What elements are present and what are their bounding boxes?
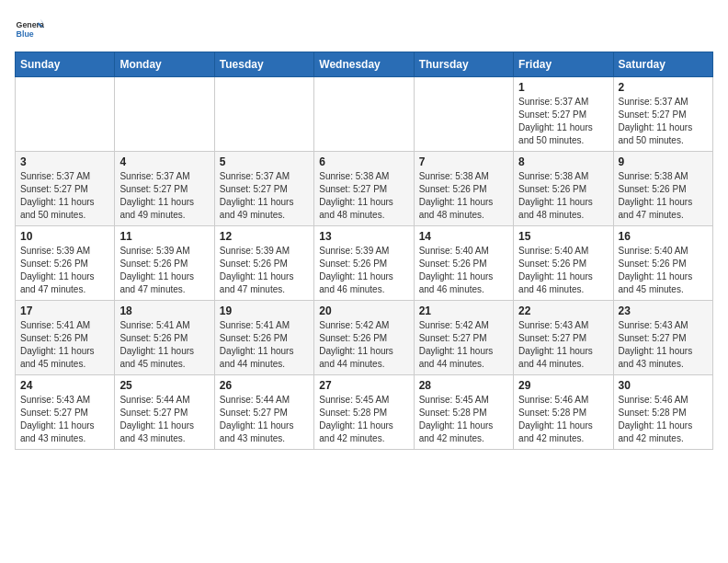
calendar-cell: [314, 77, 414, 152]
calendar-cell: 28Sunrise: 5:45 AM Sunset: 5:28 PM Dayli…: [414, 375, 513, 450]
day-number: 21: [419, 304, 508, 317]
week-row-5: 24Sunrise: 5:43 AM Sunset: 5:27 PM Dayli…: [16, 375, 713, 450]
day-info: Sunrise: 5:38 AM Sunset: 5:26 PM Dayligh…: [518, 170, 608, 222]
calendar-cell: 3Sunrise: 5:37 AM Sunset: 5:27 PM Daylig…: [16, 152, 115, 226]
calendar-cell: 7Sunrise: 5:38 AM Sunset: 5:26 PM Daylig…: [414, 152, 513, 226]
calendar-cell: [115, 77, 214, 152]
calendar-cell: 1Sunrise: 5:37 AM Sunset: 5:27 PM Daylig…: [514, 77, 613, 152]
calendar-cell: 27Sunrise: 5:45 AM Sunset: 5:28 PM Dayli…: [314, 375, 414, 450]
calendar-cell: 10Sunrise: 5:39 AM Sunset: 5:26 PM Dayli…: [16, 226, 115, 301]
day-info: Sunrise: 5:38 AM Sunset: 5:26 PM Dayligh…: [419, 170, 508, 222]
day-number: 13: [319, 230, 408, 243]
day-info: Sunrise: 5:37 AM Sunset: 5:27 PM Dayligh…: [518, 96, 608, 147]
day-number: 29: [518, 379, 608, 392]
day-info: Sunrise: 5:41 AM Sunset: 5:26 PM Dayligh…: [220, 319, 309, 371]
calendar-cell: 11Sunrise: 5:39 AM Sunset: 5:26 PM Dayli…: [115, 226, 214, 301]
calendar-cell: 21Sunrise: 5:42 AM Sunset: 5:27 PM Dayli…: [414, 301, 513, 375]
day-header-friday: Friday: [514, 52, 613, 77]
day-header-thursday: Thursday: [414, 52, 513, 77]
day-info: Sunrise: 5:39 AM Sunset: 5:26 PM Dayligh…: [20, 245, 109, 296]
calendar-cell: 15Sunrise: 5:40 AM Sunset: 5:26 PM Dayli…: [514, 226, 613, 301]
day-number: 1: [518, 81, 608, 94]
day-info: Sunrise: 5:40 AM Sunset: 5:26 PM Dayligh…: [619, 245, 708, 296]
day-number: 19: [220, 304, 309, 317]
day-info: Sunrise: 5:43 AM Sunset: 5:27 PM Dayligh…: [518, 319, 608, 371]
calendar-cell: 8Sunrise: 5:38 AM Sunset: 5:26 PM Daylig…: [514, 152, 613, 226]
calendar-cell: 23Sunrise: 5:43 AM Sunset: 5:27 PM Dayli…: [613, 301, 712, 375]
day-info: Sunrise: 5:37 AM Sunset: 5:27 PM Dayligh…: [619, 96, 708, 147]
calendar-cell: 2Sunrise: 5:37 AM Sunset: 5:27 PM Daylig…: [613, 77, 712, 152]
calendar-cell: 12Sunrise: 5:39 AM Sunset: 5:26 PM Dayli…: [214, 226, 313, 301]
day-info: Sunrise: 5:39 AM Sunset: 5:26 PM Dayligh…: [119, 245, 209, 296]
day-info: Sunrise: 5:40 AM Sunset: 5:26 PM Dayligh…: [518, 245, 608, 296]
calendar-cell: 18Sunrise: 5:41 AM Sunset: 5:26 PM Dayli…: [115, 301, 214, 375]
day-info: Sunrise: 5:46 AM Sunset: 5:28 PM Dayligh…: [619, 394, 708, 445]
day-info: Sunrise: 5:41 AM Sunset: 5:26 PM Dayligh…: [119, 319, 209, 371]
day-info: Sunrise: 5:46 AM Sunset: 5:28 PM Dayligh…: [518, 394, 608, 445]
day-number: 4: [119, 155, 209, 168]
day-info: Sunrise: 5:43 AM Sunset: 5:27 PM Dayligh…: [20, 394, 109, 445]
day-number: 5: [220, 155, 309, 168]
day-info: Sunrise: 5:44 AM Sunset: 5:27 PM Dayligh…: [119, 394, 209, 445]
logo: General Blue: [15, 15, 44, 44]
day-header-saturday: Saturday: [613, 52, 712, 77]
day-number: 10: [20, 230, 109, 243]
calendar-cell: 13Sunrise: 5:39 AM Sunset: 5:26 PM Dayli…: [314, 226, 414, 301]
header: General Blue: [15, 15, 713, 44]
day-info: Sunrise: 5:39 AM Sunset: 5:26 PM Dayligh…: [220, 245, 309, 296]
calendar-cell: 25Sunrise: 5:44 AM Sunset: 5:27 PM Dayli…: [115, 375, 214, 450]
day-number: 16: [619, 230, 708, 243]
calendar-cell: 26Sunrise: 5:44 AM Sunset: 5:27 PM Dayli…: [214, 375, 313, 450]
calendar-cell: 19Sunrise: 5:41 AM Sunset: 5:26 PM Dayli…: [214, 301, 313, 375]
day-number: 27: [319, 379, 408, 392]
day-number: 14: [419, 230, 508, 243]
calendar-cell: 17Sunrise: 5:41 AM Sunset: 5:26 PM Dayli…: [16, 301, 115, 375]
day-number: 24: [20, 379, 109, 392]
day-header-sunday: Sunday: [16, 52, 115, 77]
calendar-cell: 4Sunrise: 5:37 AM Sunset: 5:27 PM Daylig…: [115, 152, 214, 226]
logo-icon: General Blue: [15, 15, 44, 44]
week-row-1: 1Sunrise: 5:37 AM Sunset: 5:27 PM Daylig…: [16, 77, 713, 152]
day-number: 22: [518, 304, 608, 317]
day-number: 23: [619, 304, 708, 317]
day-info: Sunrise: 5:37 AM Sunset: 5:27 PM Dayligh…: [20, 170, 109, 222]
day-header-monday: Monday: [115, 52, 214, 77]
day-number: 8: [518, 155, 608, 168]
day-number: 28: [419, 379, 508, 392]
day-number: 17: [20, 304, 109, 317]
week-row-3: 10Sunrise: 5:39 AM Sunset: 5:26 PM Dayli…: [16, 226, 713, 301]
day-info: Sunrise: 5:37 AM Sunset: 5:27 PM Dayligh…: [119, 170, 209, 222]
day-info: Sunrise: 5:45 AM Sunset: 5:28 PM Dayligh…: [319, 394, 408, 445]
day-number: 2: [619, 81, 708, 94]
day-info: Sunrise: 5:38 AM Sunset: 5:27 PM Dayligh…: [319, 170, 408, 222]
day-number: 18: [119, 304, 209, 317]
calendar-cell: 29Sunrise: 5:46 AM Sunset: 5:28 PM Dayli…: [514, 375, 613, 450]
day-number: 30: [619, 379, 708, 392]
day-number: 26: [220, 379, 309, 392]
calendar-cell: 6Sunrise: 5:38 AM Sunset: 5:27 PM Daylig…: [314, 152, 414, 226]
day-number: 6: [319, 155, 408, 168]
day-number: 15: [518, 230, 608, 243]
day-number: 11: [119, 230, 209, 243]
day-number: 3: [20, 155, 109, 168]
day-info: Sunrise: 5:43 AM Sunset: 5:27 PM Dayligh…: [619, 319, 708, 371]
day-info: Sunrise: 5:42 AM Sunset: 5:27 PM Dayligh…: [419, 319, 508, 371]
calendar-cell: 22Sunrise: 5:43 AM Sunset: 5:27 PM Dayli…: [514, 301, 613, 375]
calendar-table: SundayMondayTuesdayWednesdayThursdayFrid…: [15, 52, 713, 450]
calendar-cell: 9Sunrise: 5:38 AM Sunset: 5:26 PM Daylig…: [613, 152, 712, 226]
week-row-4: 17Sunrise: 5:41 AM Sunset: 5:26 PM Dayli…: [16, 301, 713, 375]
week-row-2: 3Sunrise: 5:37 AM Sunset: 5:27 PM Daylig…: [16, 152, 713, 226]
calendar-cell: 20Sunrise: 5:42 AM Sunset: 5:26 PM Dayli…: [314, 301, 414, 375]
calendar-cell: 5Sunrise: 5:37 AM Sunset: 5:27 PM Daylig…: [214, 152, 313, 226]
calendar-cell: 16Sunrise: 5:40 AM Sunset: 5:26 PM Dayli…: [613, 226, 712, 301]
day-info: Sunrise: 5:40 AM Sunset: 5:26 PM Dayligh…: [419, 245, 508, 296]
day-info: Sunrise: 5:39 AM Sunset: 5:26 PM Dayligh…: [319, 245, 408, 296]
day-info: Sunrise: 5:45 AM Sunset: 5:28 PM Dayligh…: [419, 394, 508, 445]
day-number: 12: [220, 230, 309, 243]
day-info: Sunrise: 5:41 AM Sunset: 5:26 PM Dayligh…: [20, 319, 109, 371]
day-number: 9: [619, 155, 708, 168]
day-header-wednesday: Wednesday: [314, 52, 414, 77]
calendar-cell: [214, 77, 313, 152]
calendar-cell: [414, 77, 513, 152]
day-info: Sunrise: 5:37 AM Sunset: 5:27 PM Dayligh…: [220, 170, 309, 222]
